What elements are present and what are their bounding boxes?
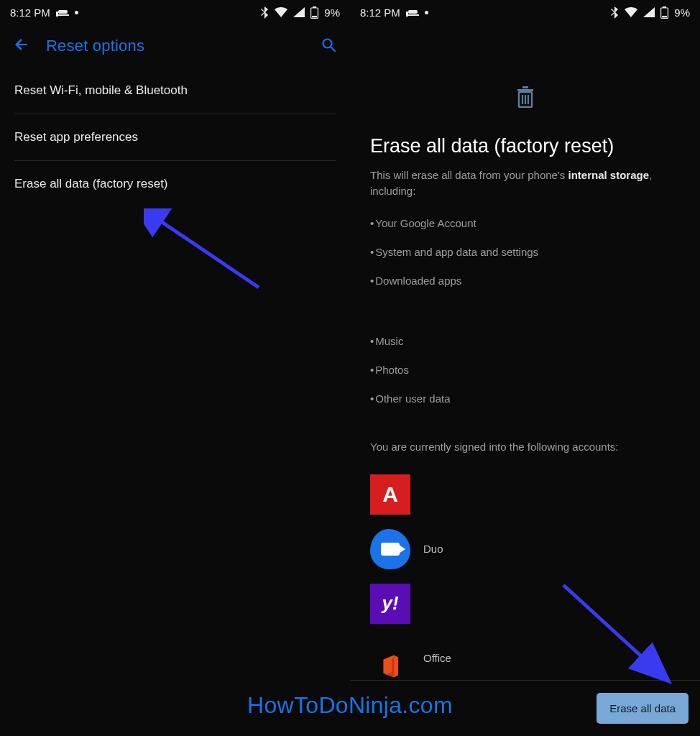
settings-list: Reset Wi-Fi, mobile & Bluetooth Reset ap… [0, 68, 350, 207]
bullet-item: Music [370, 327, 680, 356]
account-row-yahoo[interactable]: y! [370, 576, 680, 631]
svg-rect-15 [517, 89, 533, 91]
svg-rect-9 [406, 12, 408, 17]
trash-icon [515, 86, 535, 111]
detail-scroll[interactable]: Erase all data (factory reset) This will… [350, 24, 700, 686]
account-row-office[interactable]: Office [370, 631, 680, 686]
status-time: 8:12 PM [10, 6, 50, 19]
list-item-reset-apps[interactable]: Reset app preferences [14, 114, 336, 160]
svg-rect-16 [522, 86, 528, 88]
battery-percent: 9% [674, 6, 690, 19]
description: This will erase all data from your phone… [370, 167, 680, 199]
action-bar: Erase all data [350, 680, 700, 736]
svg-line-7 [331, 47, 335, 51]
battery-icon [660, 6, 668, 19]
bed-icon [406, 8, 419, 17]
status-bar: 8:12 PM 9% [0, 0, 350, 24]
svg-rect-2 [58, 14, 69, 16]
bullet-item: Other user data [370, 385, 680, 413]
wifi-icon [275, 7, 287, 17]
back-icon[interactable] [13, 36, 30, 56]
app-bar: Reset options [0, 24, 350, 68]
svg-rect-0 [56, 12, 58, 17]
bluetooth-icon [611, 6, 619, 19]
list-item-reset-network[interactable]: Reset Wi-Fi, mobile & Bluetooth [14, 68, 336, 114]
bullet-item: Downloaded apps [370, 267, 680, 295]
account-row-duo[interactable]: Duo [370, 522, 680, 576]
battery-percent: 9% [324, 6, 340, 19]
list-item-factory-reset[interactable]: Erase all data (factory reset) [14, 161, 336, 207]
svg-rect-1 [58, 10, 68, 14]
battery-icon [310, 6, 318, 19]
account-row-adobe[interactable]: A [370, 467, 680, 522]
bluetooth-icon [261, 6, 269, 19]
search-icon[interactable] [320, 36, 337, 56]
svg-rect-11 [408, 14, 419, 16]
phone-right: 8:12 PM 9% [350, 0, 700, 736]
status-dot-icon [425, 11, 428, 14]
office-icon [370, 638, 410, 678]
desc-prefix: This will erase all data from your phone… [370, 169, 568, 181]
status-time: 8:12 PM [360, 6, 400, 19]
page-title: Reset options [46, 37, 144, 55]
bed-icon [56, 8, 69, 17]
svg-line-8 [157, 218, 259, 288]
account-label: Office [423, 652, 451, 664]
wifi-icon [625, 7, 637, 17]
svg-rect-5 [312, 16, 317, 17]
svg-rect-14 [662, 16, 667, 17]
bullet-item: Photos [370, 356, 680, 385]
bullet-item: Your Google Account [370, 209, 680, 238]
svg-rect-10 [408, 10, 418, 14]
yahoo-icon: y! [370, 584, 410, 624]
bullet-group-a: Your Google Account System and app data … [370, 209, 680, 295]
desc-bold: internal storage [568, 169, 650, 181]
bullet-item: System and app data and settings [370, 238, 680, 267]
phone-left: 8:12 PM 9% [0, 0, 350, 736]
heading: Erase all data (factory reset) [370, 135, 680, 157]
signal-icon [643, 7, 655, 17]
account-label: Duo [423, 543, 443, 555]
erase-all-data-button[interactable]: Erase all data [597, 693, 689, 724]
accounts-label: You are currently signed into the follow… [370, 439, 680, 454]
bullet-group-b: Music Photos Other user data [370, 327, 680, 413]
status-dot-icon [75, 11, 78, 14]
annotation-arrow-left [144, 208, 273, 302]
adobe-icon: A [370, 474, 410, 515]
status-bar: 8:12 PM 9% [350, 0, 700, 24]
duo-icon [370, 529, 410, 569]
signal-icon [293, 7, 305, 17]
